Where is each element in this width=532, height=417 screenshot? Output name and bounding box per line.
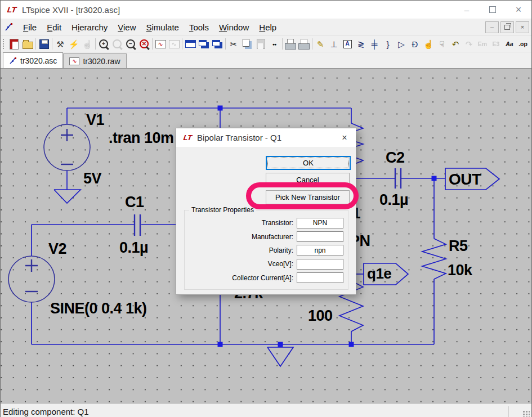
- cascade-windows-icon[interactable]: [197, 37, 211, 51]
- polarity-label: Polarity:: [185, 246, 293, 254]
- property-row-manufacturer: Manufacturer:: [185, 230, 348, 243]
- property-row-collector-current: Collector Current[A]:: [185, 271, 348, 285]
- tab-tr3020-asc[interactable]: tr3020.asc: [3, 52, 63, 68]
- ltspice-window: LT LTspice XVII - [tr3020.asc] – × FileE…: [0, 0, 532, 417]
- transistor-field[interactable]: NPN: [297, 218, 343, 228]
- ground-icon[interactable]: ⊥: [327, 37, 341, 51]
- menu-bar: FileEditHierarchyViewSimulateToolsWindow…: [1, 19, 531, 36]
- bipolar-transistor-dialog: LT Bipolar Transistor - Q1 × OK Cancel P…: [176, 128, 356, 295]
- zoom-out-icon[interactable]: −: [124, 37, 137, 51]
- dialog-title-bar[interactable]: LT Bipolar Transistor - Q1 ×: [176, 128, 356, 147]
- drag-icon[interactable]: ☟: [435, 37, 449, 51]
- mdi-close-button[interactable]: ×: [516, 21, 529, 33]
- redo-icon: ↷: [462, 37, 476, 51]
- status-bar: Editing component: Q1: [1, 403, 531, 417]
- label-c2-value: 0.1µ: [379, 192, 408, 208]
- label-c1-value: 0.1µ: [119, 240, 148, 255]
- ok-button[interactable]: OK: [266, 156, 351, 170]
- label-v2-ref: V2: [48, 241, 66, 257]
- menu-item-simulate[interactable]: Simulate: [141, 20, 184, 34]
- mdi-minimize-button[interactable]: –: [485, 21, 499, 33]
- diode-icon[interactable]: ▷: [395, 37, 408, 51]
- find-icon[interactable]: ●●: [267, 37, 281, 51]
- spice-directive-icon[interactable]: .op: [516, 37, 530, 51]
- component-icon[interactable]: Ð: [408, 37, 422, 51]
- label-c1-ref: C1: [125, 195, 144, 210]
- property-row-vceo: Vceo[V]:: [185, 257, 348, 271]
- vceo-field[interactable]: [297, 259, 343, 270]
- schematic-canvas[interactable]: V1 .tran 10m 5V C1 0.1µ V2 SINE(0 0.4 1k…: [1, 68, 531, 403]
- restore-icon: [504, 25, 510, 30]
- toolbar-separator: [182, 38, 182, 50]
- label-q1e-net: q1e: [367, 266, 391, 281]
- polarity-field[interactable]: npn: [297, 245, 343, 255]
- menu-item-help[interactable]: Help: [254, 20, 281, 34]
- status-separator: [508, 406, 509, 417]
- junction: [278, 342, 283, 347]
- junction: [218, 342, 223, 347]
- close-button[interactable]: ×: [506, 1, 531, 19]
- label-r5-ref: R5: [449, 239, 468, 254]
- menu-item-edit[interactable]: Edit: [42, 20, 66, 34]
- open-icon[interactable]: [21, 37, 34, 51]
- tab-label: tr3020.raw: [83, 57, 120, 66]
- minimize-button[interactable]: –: [454, 1, 480, 19]
- net-label-icon[interactable]: A: [341, 37, 354, 51]
- copy-icon[interactable]: [240, 37, 254, 51]
- undo-icon[interactable]: ↶: [449, 37, 462, 51]
- control-panel-icon[interactable]: ⚒: [53, 37, 67, 51]
- junction: [349, 342, 354, 347]
- menu-item-window[interactable]: Window: [214, 20, 254, 34]
- maximize-button[interactable]: [480, 1, 506, 19]
- property-row-transistor: Transistor:NPN: [185, 216, 348, 230]
- label-out-net: OUT: [449, 172, 481, 187]
- manufacturer-field[interactable]: [297, 231, 343, 242]
- transistor-label: Transistor:: [185, 219, 293, 227]
- cut-icon[interactable]: ✂: [227, 37, 240, 51]
- wire-icon[interactable]: ✎: [314, 37, 327, 51]
- vceo-label: Vceo[V]:: [185, 260, 293, 268]
- ground-v1: [54, 190, 81, 203]
- waveform-icon[interactable]: ∿: [154, 37, 167, 51]
- resize-grip[interactable]: [522, 410, 530, 417]
- menu-item-file[interactable]: File: [18, 20, 42, 34]
- collector-current-field[interactable]: [297, 272, 343, 283]
- new-window-icon[interactable]: [211, 37, 224, 51]
- label-r4-value: 100: [308, 308, 333, 324]
- toolbar-separator: [282, 38, 283, 50]
- zoom-extents-icon[interactable]: ✕: [137, 37, 151, 51]
- tile-windows-icon[interactable]: [184, 37, 197, 51]
- capacitor-icon[interactable]: ╪: [368, 37, 381, 51]
- new-schematic-icon[interactable]: [7, 37, 21, 51]
- ground-main: [267, 347, 293, 366]
- run-icon[interactable]: ⚡: [67, 37, 81, 51]
- toolbar-separator: [152, 38, 153, 50]
- zoom-in-icon[interactable]: +: [97, 37, 110, 51]
- group-label: Transistor Properties: [189, 206, 256, 214]
- save-icon[interactable]: [37, 37, 51, 51]
- move-icon[interactable]: ☝: [422, 37, 435, 51]
- tab-tr3020-raw[interactable]: ∿ tr3020.raw: [63, 53, 126, 68]
- inductor-icon[interactable]: }: [381, 37, 395, 51]
- toolbar: ⚒⚡☝+−✕∿∿✂●●✎⊥A≷╪}▷Ð☝☟↶↷EmE3Aa.op: [1, 36, 531, 52]
- label-directive: .tran 10m: [109, 131, 174, 146]
- print-icon[interactable]: [297, 37, 311, 51]
- menu-item-tools[interactable]: Tools: [184, 20, 214, 34]
- dialog-close-button[interactable]: ×: [333, 133, 356, 143]
- capacitor-c2: [395, 168, 401, 189]
- text-icon[interactable]: Aa: [503, 37, 516, 51]
- label-c2-ref: C2: [386, 150, 405, 165]
- print-preview-icon[interactable]: [284, 37, 297, 51]
- resistor-icon[interactable]: ≷: [354, 37, 368, 51]
- menu-item-view[interactable]: View: [113, 20, 141, 34]
- capacitor-c1: [135, 214, 140, 236]
- rotate-icon: E3: [489, 37, 503, 51]
- mdi-restore-button[interactable]: [500, 21, 514, 33]
- plot-settings-icon: ∿: [167, 37, 181, 51]
- toolbar-separator: [52, 38, 52, 50]
- paste-icon: [254, 37, 267, 51]
- resistor-r5: [422, 239, 446, 279]
- menu-item-hierarchy[interactable]: Hierarchy: [66, 20, 113, 34]
- toolbar-separator: [225, 38, 226, 50]
- mdi-controls: – ×: [485, 21, 529, 33]
